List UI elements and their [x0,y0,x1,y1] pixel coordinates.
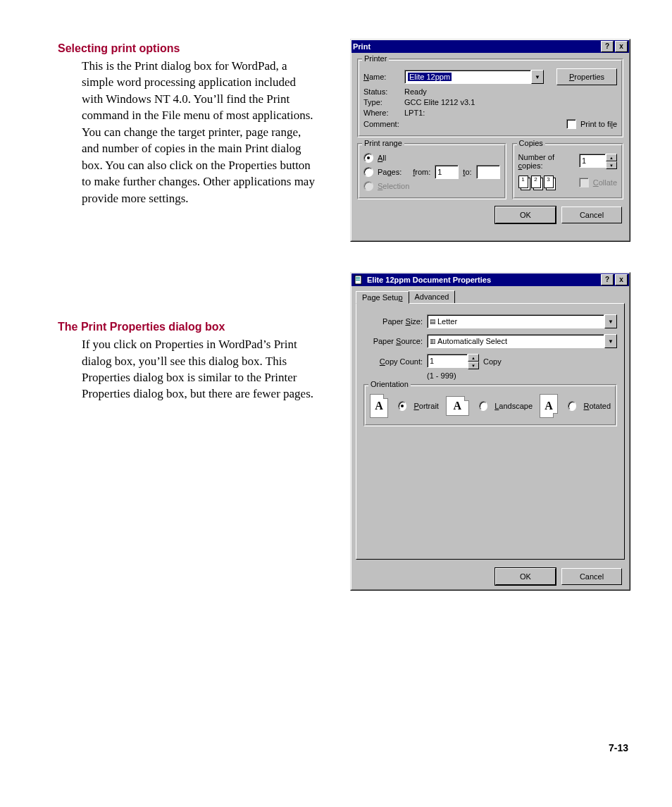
to-label: to: [463,168,471,176]
collate-icon: 11 22 33 [518,175,555,190]
copy-count-spinner[interactable]: 1 ▲▼ [427,354,479,369]
range-all-label: All [378,154,386,162]
close-icon: x [619,43,623,50]
help-button[interactable]: ? [601,274,614,285]
portrait-icon: A [370,394,388,418]
paper-size-label: Paper Size: [363,317,423,326]
to-input[interactable] [476,165,500,179]
cancel-button[interactable]: Cancel [561,207,622,223]
range-pages-label: Pages: [378,168,402,176]
print-dialog-titlebar[interactable]: Print ? x [351,40,629,53]
orientation-label: Orientation [368,380,411,388]
tab-advanced[interactable]: Advanced [409,290,456,303]
range-pages-radio[interactable] [363,167,373,177]
from-input[interactable]: 1 [435,165,459,179]
chevron-down-icon[interactable]: ▼ [604,334,617,348]
portrait-label: Portrait [413,402,438,410]
help-icon: ? [605,43,609,50]
paper-source-value: Automatically Select [437,337,507,345]
rotated-radio[interactable] [568,401,576,411]
portrait-radio[interactable] [398,401,406,411]
copy-count-value: 1 [430,357,434,365]
close-button[interactable]: x [615,274,628,285]
properties-button[interactable]: Properties [556,68,617,85]
paper-source-combo[interactable]: ▥Automatically Select ▼ [427,334,617,348]
landscape-radio[interactable] [479,401,487,411]
tabstrip: Page Setup Advanced [351,286,629,303]
spin-down-icon[interactable]: ▼ [606,161,617,169]
range-all-radio[interactable] [363,153,373,163]
docprops-title: Elite 12ppm Document Properties [367,276,491,284]
heading-selecting-print-options: Selecting print options [58,42,318,55]
copy-count-label: Copy Count: [363,357,423,366]
landscape-label: Landscape [494,402,533,410]
ok-button[interactable]: OK [495,207,556,223]
chevron-down-icon[interactable]: ▼ [604,314,617,328]
paper-source-label: Paper Source: [363,337,423,345]
article-column: Selecting print options This is the Prin… [58,42,318,402]
rotated-icon: A [540,394,558,418]
tray-icon: ▥ [430,338,436,345]
print-to-file-checkbox[interactable] [566,119,576,129]
type-label: Type: [363,98,400,106]
svg-rect-1 [356,277,360,278]
landscape-icon: A [446,396,469,416]
help-button[interactable]: ? [601,41,614,52]
print-to-file-label: Print to file [580,120,617,128]
close-icon: x [619,276,623,283]
copy-range-label: (1 - 999) [427,371,456,380]
where-value: LPT1: [404,109,425,117]
status-value: Ready [404,87,427,96]
paragraph-2: If you click on Properties in WordPad’s … [82,336,318,402]
where-label: Where: [363,109,400,117]
print-range-groupbox: Print range All Pages: from: 1 to: Selec… [357,143,506,199]
ok-button[interactable]: OK [495,568,556,585]
comment-label: Comment: [363,120,400,128]
chevron-down-icon[interactable]: ▼ [531,70,544,84]
print-range-label: Print range [362,139,404,147]
page-icon: ▤ [430,318,436,325]
num-copies-spinner[interactable]: 1 ▲▼ [579,154,617,169]
collate-label: Collate [593,178,617,187]
spin-up-icon[interactable]: ▲ [606,154,617,161]
print-dialog: Print ? x Printer Name: Elite 12ppm ▼ Pr… [350,39,630,242]
cancel-button[interactable]: Cancel [561,568,622,585]
paper-size-combo[interactable]: ▤Letter ▼ [427,314,617,328]
paragraph-1: This is the Print dialog box for WordPad… [82,58,318,207]
svg-rect-3 [356,280,360,281]
printer-groupbox: Printer Name: Elite 12ppm ▼ Properties S… [357,58,623,137]
page-number: 7-13 [609,742,628,753]
spin-up-icon[interactable]: ▲ [468,354,479,362]
svg-rect-2 [356,278,360,279]
printer-name-combo[interactable]: Elite 12ppm ▼ [404,70,544,84]
copies-label: Copies [517,139,545,147]
collate-checkbox [579,178,589,187]
print-dialog-title: Print [353,42,371,51]
page-setup-panel: Paper Size: ▤Letter ▼ Paper Source: ▥Aut… [356,303,625,560]
range-selection-label: Selection [378,182,409,190]
heading-print-properties: The Print Properties dialog box [58,321,318,333]
num-copies-value: 1 [582,156,586,165]
printer-group-label: Printer [362,54,389,63]
orientation-groupbox: Orientation A Portrait A Landscape A Rot… [363,384,617,426]
num-copies-label: Number of copies: [518,153,571,170]
spin-down-icon[interactable]: ▼ [468,362,479,369]
close-button[interactable]: x [615,41,628,52]
tab-page-setup[interactable]: Page Setup [356,291,409,304]
from-label: from: [413,168,430,176]
type-value: GCC Elite 1212 v3.1 [404,98,475,106]
help-icon: ? [605,276,609,283]
docprops-titlebar[interactable]: Elite 12ppm Document Properties ? x [351,273,629,286]
printer-name-value: Elite 12ppm [408,73,452,81]
document-icon [353,274,364,285]
status-label: Status: [363,87,400,96]
rotated-label: Rotated [583,402,611,410]
name-label: Name: [363,73,400,81]
copy-unit-label: Copy [483,357,502,366]
paper-size-value: Letter [437,317,457,326]
range-selection-radio [363,181,373,191]
document-properties-dialog: Elite 12ppm Document Properties ? x Page… [350,272,630,591]
copies-groupbox: Copies Number of copies: 1 ▲▼ 11 22 [512,143,623,199]
